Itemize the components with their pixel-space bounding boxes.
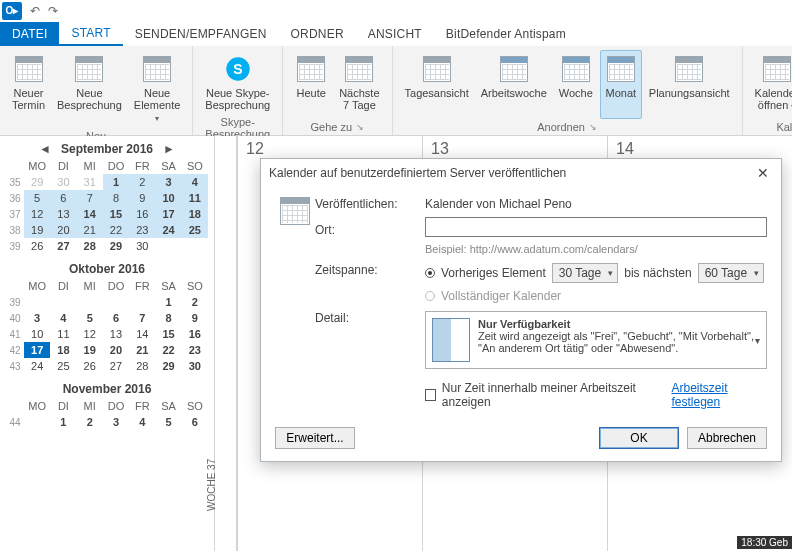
group-kalender: Kalender öffnen ▾ Ka Kalende bbox=[743, 46, 792, 135]
appointment-chip[interactable]: 18:30 Geb bbox=[737, 536, 792, 549]
naechste-7-tage-button[interactable]: Nächste 7 Tage bbox=[334, 50, 384, 119]
radio-vorheriges-label: Vorheriges Element bbox=[441, 266, 546, 280]
calendar-icon bbox=[280, 197, 310, 225]
zeitspanne-label: Zeitspanne: bbox=[315, 263, 425, 277]
dialog-launcher-icon[interactable]: ↘ bbox=[589, 122, 597, 132]
detail-text: Zeit wird angezeigt als "Frei", "Gebucht… bbox=[478, 330, 760, 354]
veroeffentlichen-label: Veröffentlichen: bbox=[315, 197, 425, 211]
undo-icon[interactable]: ↶ bbox=[28, 4, 42, 18]
calendar-sidebar: ◄ September 2016 ► MODIMIDOFRSASO3529303… bbox=[0, 136, 215, 551]
detail-label: Detail: bbox=[315, 311, 425, 325]
kalender-oeffnen-button[interactable]: Kalender öffnen ▾ bbox=[750, 50, 792, 119]
group-neu: Neuer Termin Neue Besprechung Neue Eleme… bbox=[0, 46, 193, 135]
mini-title-nov: November 2016 bbox=[63, 382, 152, 396]
detail-heading: Nur Verfügbarkeit bbox=[478, 318, 760, 330]
mini-calendar-oct[interactable]: MODIMIDOFRSASO39124034567894110111213141… bbox=[6, 278, 208, 374]
neue-besprechung-button[interactable]: Neue Besprechung bbox=[52, 50, 127, 128]
availability-icon bbox=[432, 318, 470, 362]
mini-title-sep: September 2016 bbox=[61, 142, 153, 156]
neue-skype-button[interactable]: SNeue Skype- Besprechung bbox=[200, 50, 275, 114]
planungsansicht-button[interactable]: Planungsansicht bbox=[644, 50, 735, 119]
group-label-gehe: Gehe zu↘ bbox=[289, 121, 385, 133]
group-anordnen: Tagesansicht Arbeitswoche Woche Monat Pl… bbox=[393, 46, 743, 135]
tab-datei[interactable]: DATEI bbox=[0, 22, 59, 46]
radio-vollstaendig-label: Vollständiger Kalender bbox=[441, 289, 561, 303]
next-month-icon[interactable]: ► bbox=[159, 142, 179, 156]
group-gehe-zu: Heute Nächste 7 Tage Gehe zu↘ bbox=[283, 46, 392, 135]
ort-label: Ort: bbox=[315, 223, 425, 237]
neue-elemente-button[interactable]: Neue Elemente ▾ bbox=[129, 50, 185, 128]
arbeitszeit-checkbox-label: Nur Zeit innerhalb meiner Arbeitszeit an… bbox=[442, 381, 660, 409]
ort-hint: Beispiel: http://www.adatum.com/calendar… bbox=[425, 243, 767, 255]
chevron-down-icon: ▾ bbox=[155, 114, 159, 123]
ribbon: Neuer Termin Neue Besprechung Neue Eleme… bbox=[0, 46, 792, 136]
publish-calendar-dialog: Kalender auf benutzerdefiniertem Server … bbox=[260, 158, 782, 462]
mini-calendar-nov[interactable]: MODIMIDOFRSASO44123456 bbox=[6, 398, 208, 430]
bis-label: bis nächsten bbox=[624, 266, 691, 280]
title-bar: O▸ ↶ ↷ bbox=[0, 0, 792, 22]
app-icon: O▸ bbox=[2, 2, 22, 20]
tab-bitdefender[interactable]: BitDefender Antispam bbox=[434, 22, 578, 46]
group-label-anordnen: Anordnen↘ bbox=[399, 121, 736, 133]
combo-naechsten[interactable]: 60 Tage bbox=[698, 263, 765, 283]
group-label-kalende: Kalende bbox=[749, 121, 792, 133]
skype-icon: S bbox=[222, 53, 254, 85]
arbeitswoche-button[interactable]: Arbeitswoche bbox=[476, 50, 552, 119]
erweitert-button[interactable]: Erweitert... bbox=[275, 427, 355, 449]
group-skype: SNeue Skype- Besprechung Skype-Besprechu… bbox=[193, 46, 283, 135]
tab-ordner[interactable]: ORDNER bbox=[279, 22, 356, 46]
monat-button[interactable]: Monat bbox=[600, 50, 642, 119]
dialog-launcher-icon[interactable]: ↘ bbox=[356, 122, 364, 132]
woche-button[interactable]: Woche bbox=[554, 50, 598, 119]
arbeitszeit-link[interactable]: Arbeitszeit festlegen bbox=[671, 381, 767, 409]
abbrechen-button[interactable]: Abbrechen bbox=[687, 427, 767, 449]
tagesansicht-button[interactable]: Tagesansicht bbox=[400, 50, 474, 119]
ok-button[interactable]: OK bbox=[599, 427, 679, 449]
detail-selector[interactable]: Nur Verfügbarkeit Zeit wird angezeigt al… bbox=[425, 311, 767, 369]
ribbon-tabs: DATEI START SENDEN/EMPFANGEN ORDNER ANSI… bbox=[0, 22, 792, 46]
svg-text:S: S bbox=[233, 61, 242, 77]
mini-cal-nav-sep: ◄ September 2016 ► bbox=[6, 140, 208, 158]
heute-button[interactable]: Heute bbox=[290, 50, 332, 119]
week-label-strip: WOCHE 37 bbox=[215, 136, 237, 551]
combo-vorheriges[interactable]: 30 Tage bbox=[552, 263, 619, 283]
radio-vorheriges[interactable] bbox=[425, 268, 435, 278]
mini-calendar-sep[interactable]: MODIMIDOFRSASO35293031123436567891011371… bbox=[6, 158, 208, 254]
mini-title-oct: Oktober 2016 bbox=[69, 262, 145, 276]
tab-ansicht[interactable]: ANSICHT bbox=[356, 22, 434, 46]
radio-vollstaendig[interactable] bbox=[425, 291, 435, 301]
neuer-termin-button[interactable]: Neuer Termin bbox=[7, 50, 50, 128]
ort-input[interactable] bbox=[425, 217, 767, 237]
mini-cal-nav-oct: Oktober 2016 bbox=[6, 260, 208, 278]
tab-senden[interactable]: SENDEN/EMPFANGEN bbox=[123, 22, 279, 46]
prev-month-icon[interactable]: ◄ bbox=[35, 142, 55, 156]
chevron-down-icon: ▾ bbox=[755, 335, 760, 346]
veroeffentlichen-value: Kalender von Michael Peno bbox=[425, 197, 767, 211]
mini-cal-nav-nov: November 2016 bbox=[6, 380, 208, 398]
dialog-header: Kalender auf benutzerdefiniertem Server … bbox=[261, 159, 781, 187]
arbeitszeit-checkbox[interactable] bbox=[425, 389, 436, 401]
redo-icon[interactable]: ↷ bbox=[46, 4, 60, 18]
tab-start[interactable]: START bbox=[59, 22, 122, 46]
close-icon[interactable]: ✕ bbox=[753, 163, 773, 183]
dialog-title: Kalender auf benutzerdefiniertem Server … bbox=[269, 166, 566, 180]
